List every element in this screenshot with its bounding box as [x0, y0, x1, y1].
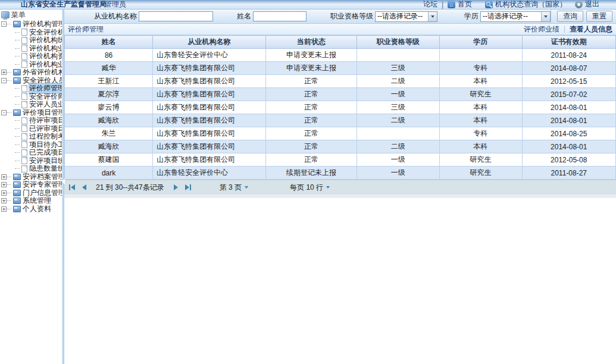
table-row[interactable]: 朱兰山东赛飞特集团有限公司正常专科2014-08-25 [65, 127, 616, 140]
tree-connector [15, 120, 20, 121]
table-cell: 专科 [439, 127, 522, 140]
table-cell: 正常 [265, 140, 357, 153]
folder-icon [13, 21, 21, 27]
org-name-input[interactable] [139, 11, 213, 21]
page-icon [21, 149, 27, 156]
table-cell: 臧华 [65, 62, 153, 75]
expander-icon[interactable]: - [1, 78, 7, 83]
first-page-button[interactable] [69, 184, 75, 190]
chevron-down-icon[interactable] [428, 12, 437, 21]
table-cell: 正常 [265, 153, 357, 167]
table-cell: 山东赛飞特集团有限公司 [153, 62, 266, 75]
table-cell: 蔡建国 [65, 153, 153, 167]
page-title: 评价师管理 [68, 24, 104, 34]
qual-level-value: --请选择记录-- [377, 11, 423, 21]
table-cell: 山东赛飞特集团有限公司 [153, 127, 266, 140]
page-icon [21, 29, 27, 36]
table-cell: 2012-05-08 [522, 153, 615, 167]
sidebar-splitter[interactable] [62, 10, 64, 364]
tree-connector [7, 24, 11, 24]
next-page-button[interactable] [174, 184, 178, 190]
expander-icon[interactable]: + [1, 182, 7, 187]
tree-connector [7, 112, 11, 113]
expander-icon[interactable]: + [1, 206, 7, 212]
table-row[interactable]: 蔡建国山东赛飞特集团有限公司正常一级研究生2012-05-08 [65, 153, 616, 167]
table-cell: 专科 [439, 62, 522, 75]
table-cell: 山东赛飞特集团有限公司 [153, 75, 266, 88]
expander-icon[interactable]: + [1, 174, 7, 180]
sidebar: 菜单 - 评价机构管理 安全评价机构库 评价机构统计 评价机构业绩统计 评价机构… [0, 10, 62, 364]
expander-icon[interactable]: - [1, 110, 7, 115]
tree-connector [15, 88, 20, 89]
evaluator-performance-link[interactable]: 评价师业绩 [524, 24, 559, 34]
page-icon [21, 141, 27, 148]
pagination-bar: 21 到 30--共47条记录 第 3 页 每页 10 行 [64, 180, 616, 194]
qual-level-select[interactable]: --请选择记录-- [375, 11, 437, 22]
page-size-select[interactable]: 每页 10 行 [290, 183, 330, 193]
table-cell: 2014-08-25 [522, 127, 615, 140]
tree-connector [15, 48, 20, 49]
table-cell: 研究生 [439, 88, 522, 101]
reset-button[interactable]: 重置 [586, 11, 612, 22]
table-row[interactable]: 廖云博山东赛飞特集团有限公司正常三级本科2014-08-01 [65, 101, 616, 114]
forum-link[interactable]: 论坛 [423, 0, 437, 10]
person-name-input[interactable] [253, 11, 307, 21]
tree-connector [15, 96, 20, 97]
chevron-down-icon[interactable] [326, 186, 330, 189]
sidebar-item-24[interactable]: + 个人资料 [1, 205, 62, 214]
app-title: 山东省安全生产监督管理局 [21, 0, 107, 10]
divider: | [442, 1, 443, 9]
collapse-arrow-icon[interactable] [62, 178, 65, 184]
tree-connector [7, 184, 11, 185]
chevron-down-icon[interactable] [541, 12, 550, 21]
table-cell: 夏尔淳 [65, 88, 153, 101]
page-icon [21, 125, 27, 132]
table-cell: 研究生 [439, 167, 522, 180]
table-cell: 山东鲁轻安全评价中心 [153, 167, 266, 180]
table-cell: 朱兰 [65, 127, 153, 140]
expander-icon[interactable]: + [1, 198, 7, 203]
tree-connector [15, 40, 20, 40]
org-name-label: 从业机构名称 [94, 11, 137, 21]
logout-icon [575, 1, 583, 8]
table-cell: 86 [65, 49, 153, 62]
page-icon [21, 133, 27, 140]
expander-icon[interactable]: + [1, 190, 7, 196]
table-row[interactable]: 臧华山东赛飞特集团有限公司申请变更未上报三级专科2014-08-07 [65, 62, 616, 75]
last-page-button[interactable] [185, 184, 191, 190]
menu-header-label: 菜单 [11, 10, 26, 20]
user-menu-label[interactable]: 管理员 [105, 0, 126, 10]
chevron-down-icon[interactable] [245, 186, 248, 189]
page-icon [21, 101, 27, 108]
education-select[interactable]: --请选择记录-- [480, 11, 551, 22]
column-header: 职业资格等级 [357, 36, 439, 49]
table-cell [357, 49, 439, 62]
folder-icon [13, 109, 21, 116]
table-row[interactable]: 臧海欣山东赛飞特集团有限公司正常二级本科2014-08-01 [65, 140, 616, 153]
column-header: 当前状态 [265, 36, 357, 49]
view-person-info-link[interactable]: 查看人员信息 [570, 24, 612, 34]
expander-icon[interactable]: - [1, 21, 7, 27]
page-select[interactable]: 第 3 页 [220, 183, 248, 193]
sidebar-item-label: 个人资料 [23, 204, 51, 214]
table-row[interactable]: 臧海欣山东赛飞特集团有限公司正常二级本科2014-08-01 [65, 114, 616, 127]
table-cell: 山东赛飞特集团有限公司 [153, 114, 266, 127]
tree-connector [15, 145, 20, 145]
query-button[interactable]: 查询 [557, 11, 583, 22]
table-cell: 臧海欣 [65, 114, 153, 127]
table-row[interactable]: dark山东鲁轻安全评价中心续期登记未上报一级研究生2011-08-27 [65, 167, 616, 180]
prev-page-button[interactable] [82, 184, 86, 190]
evaluator-table: 姓名从业机构名称当前状态职业资格等级学历证书有效期 86山东鲁轻安全评价中心申请… [64, 35, 616, 180]
person-name-label: 姓名 [237, 11, 251, 21]
table-cell: 申请变更未上报 [265, 49, 357, 62]
logout-link[interactable]: 退出 [585, 0, 599, 10]
table-row[interactable]: 王新江山东赛飞特集团有限公司正常二级本科2012-05-15 [65, 75, 616, 88]
org-status-query-link[interactable]: 机构状态查询（国家） [495, 0, 567, 10]
home-link[interactable]: 首页 [458, 0, 472, 10]
column-header: 学历 [439, 36, 522, 49]
table-body: 86山东鲁轻安全评价中心申请变更未上报2011-08-24臧华山东赛飞特集团有限… [65, 49, 616, 180]
expander-icon[interactable]: + [1, 70, 7, 75]
search-buttons: 查询 重置 [551, 10, 612, 23]
table-row[interactable]: 夏尔淳山东赛飞特集团有限公司正常一级研究生2015-07-02 [65, 88, 616, 101]
table-row[interactable]: 86山东鲁轻安全评价中心申请变更未上报2011-08-24 [65, 49, 616, 62]
